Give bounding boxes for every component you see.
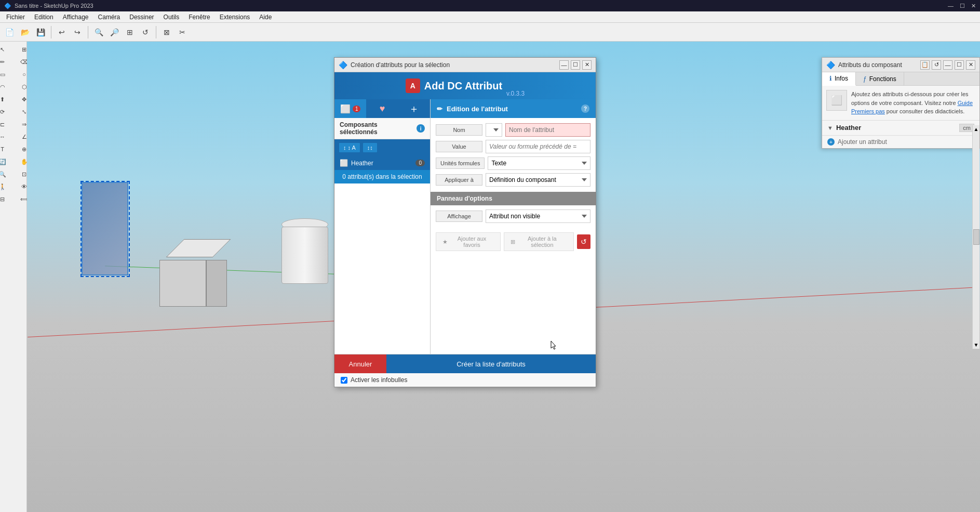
dialog-maximize-btn[interactable]: ☐ [571,60,580,70]
scrollbar-up-arrow[interactable]: ▲ [974,126,979,132]
sidebar-titlebar-btns: 📋 ↺ — ☐ ✕ [920,60,975,70]
menu-camera[interactable]: Caméra [94,12,125,22]
panel-info-btn[interactable]: i [417,124,425,133]
nom-label-btn[interactable]: Nom [436,124,482,136]
dialog-minimize-btn[interactable]: — [559,60,569,70]
toolbar-save[interactable]: 💾 [33,25,48,40]
expand-icon[interactable]: ▼ [827,125,833,131]
toolbar-undo[interactable]: ↩ [55,25,69,40]
add-favs-btn[interactable]: ★ Ajouter aux favoris [436,232,501,251]
component-row[interactable]: ⬜ Heather 0 [334,156,430,170]
tool-walk[interactable]: 🚶 [0,181,13,192]
menu-outils[interactable]: Outils [159,12,184,22]
add-selection-btn[interactable]: ⊞ Ajouter à la sélection [504,232,574,251]
attr-count-row: 0 attribut(s) dans la sélection [334,170,430,183]
add-attr-icon[interactable]: + [827,138,835,146]
sidebar-component-row[interactable]: ▼ Heather cm [822,121,979,136]
sidebar-add-attr-row[interactable]: + Ajouter un attribut [822,136,979,148]
toolbar-new[interactable]: 📄 [2,25,17,40]
dialog-creation[interactable]: 🔷 Création d'attributs pour la sélection… [334,57,596,387]
dialog-close-btn[interactable]: ✕ [582,60,592,70]
tool-select[interactable]: ↖ [0,44,13,55]
tool-rotate[interactable]: ⟳ [0,106,13,117]
sidebar-action-2[interactable]: ↺ [932,60,941,70]
close-btn[interactable]: ✕ [971,3,976,9]
tool-text[interactable]: T [0,143,13,155]
component-row-left: ⬜ Heather [340,159,373,167]
value-label-btn[interactable]: Value [436,141,482,152]
menu-affichage[interactable]: Affichage [59,12,93,22]
tool-tape[interactable]: ↔ [0,131,13,142]
sidebar-tab-infos[interactable]: ℹ Infos [822,72,856,86]
sort-az-btn[interactable]: ↕ ↕ A [339,142,360,153]
tool-orbit[interactable]: 🔄 [0,156,13,167]
sort-az-icon: ↕ [343,145,346,151]
tool-pencil[interactable]: ✏ [0,56,13,68]
heart-icon: ♥ [380,103,385,114]
cancel-btn[interactable]: Annuler [334,355,386,373]
nom-input[interactable] [505,123,590,137]
panel-tab-add[interactable]: ＋ [398,99,430,118]
value-input[interactable] [486,140,590,153]
fonctions-tab-label: Fonctions [869,75,896,83]
tool-section[interactable]: ⊟ [0,193,13,205]
sidebar-tab-fonctions[interactable]: ƒ Fonctions [856,72,904,85]
box-3d[interactable] [159,239,227,307]
apply-label-btn[interactable]: Appliquer à [436,174,482,186]
infobulles-checkbox[interactable] [341,377,347,384]
tool-rectangle[interactable]: ▭ [0,69,13,80]
dialog-panels: ⬜ 1 ♥ ＋ Composants sélectionnés i ↕ ↕ A [334,99,596,354]
tool-push-pull[interactable]: ⬆ [0,94,13,105]
toolbar-zoom-extents[interactable]: ⊞ [123,25,137,40]
panel-right-header: ✏ Edition de l'attribut ? [431,99,596,118]
display-select[interactable]: Attribut non visible [486,209,590,223]
create-btn[interactable]: Créer la liste d'attributs [386,355,596,373]
person-figure[interactable] [82,182,128,275]
maximize-btn[interactable]: ☐ [960,3,965,9]
sidebar-title: Attributs du composant [838,61,902,69]
sidebar-scroll-area: ▼ Heather cm + Ajouter un attribut [822,121,979,148]
toolbar-redo[interactable]: ↪ [70,25,85,40]
sidebar-titlebar-left: 🔷 Attributs du composant [826,61,902,69]
menu-edition[interactable]: Edition [30,12,58,22]
toolbar-zoom-out[interactable]: 🔎 [107,25,122,40]
nom-type-select[interactable] [486,123,502,137]
tool-zoom[interactable]: 🔍 [0,168,13,180]
panel-left: ⬜ 1 ♥ ＋ Composants sélectionnés i ↕ ↕ A [334,99,431,354]
form-row-display: Affichage Attribut non visible [436,209,590,223]
panel-right-info-btn[interactable]: ? [581,104,589,113]
apply-select[interactable]: Définition du composant [486,173,590,187]
sidebar-close-btn[interactable]: ✕ [966,60,975,70]
sidebar-action-1[interactable]: 📋 [920,60,930,70]
panel-tab-heart[interactable]: ♥ [366,99,398,118]
scrollbar-down-arrow[interactable]: ▼ [974,342,979,348]
menu-fenetre[interactable]: Fenêtre [184,12,214,22]
footer-checkbox-row: Activer les infobulles [334,373,596,387]
sort-za-btn[interactable]: ↕↕ [363,142,378,153]
refresh-btn[interactable]: ↺ [577,234,590,249]
form-row-value: Value [436,140,590,153]
units-select[interactable]: Texte [488,156,590,170]
cylinder-3d[interactable] [281,218,328,284]
display-label-btn[interactable]: Affichage [436,211,482,222]
toolbar-component[interactable]: ⊠ [159,25,174,40]
sidebar-minimize-btn[interactable]: — [943,60,952,70]
units-label-btn[interactable]: Unités formules [436,157,485,169]
panel-tab-components[interactable]: ⬜ 1 [334,99,366,118]
cube-icon: ⬜ [340,104,351,114]
scrollbar-thumb[interactable] [973,229,979,245]
tool-arc[interactable]: ◠ [0,81,13,93]
menu-extensions[interactable]: Extensions [216,12,254,22]
infobulles-label: Activer les infobulles [351,376,407,384]
minimize-btn[interactable]: — [948,3,954,9]
toolbar-cut[interactable]: ✂ [175,25,190,40]
menu-fichier[interactable]: Fichier [2,12,29,22]
toolbar-open[interactable]: 📂 [18,25,32,40]
toolbar-zoom-in[interactable]: 🔍 [91,25,106,40]
sidebar-maximize-btn[interactable]: ☐ [955,60,964,70]
toolbar-orbit[interactable]: ↺ [138,25,153,40]
plus-icon: ＋ [409,102,419,116]
tool-offset[interactable]: ⊏ [0,119,13,130]
menu-dessiner[interactable]: Dessiner [125,12,158,22]
menu-aide[interactable]: Aide [255,12,276,22]
